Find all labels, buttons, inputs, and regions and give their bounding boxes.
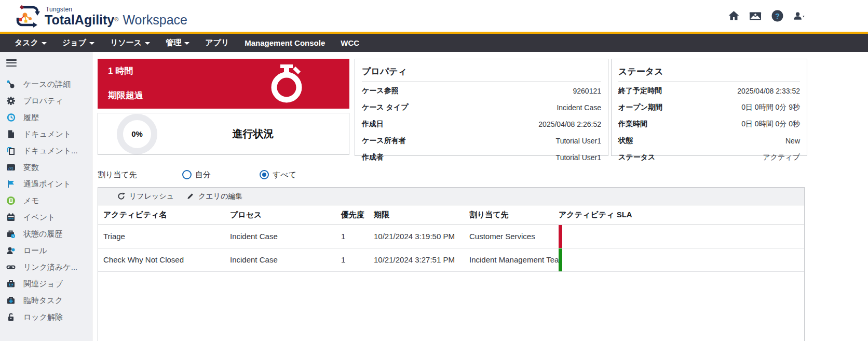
unlock-icon (6, 312, 16, 322)
radio-option-all[interactable]: すべて (260, 170, 296, 180)
progress-card: 0% 進行状況 (98, 113, 349, 155)
main-content: 1 時間 期限超過 0% 進行状況 プロパテ (92, 52, 868, 341)
cell-assignee: Customer Services (469, 225, 559, 248)
case-details-icon (6, 80, 16, 89)
nav-admin[interactable]: 管理 (166, 38, 189, 48)
sidebar-item-state-history[interactable]: 状態の履歴 (0, 226, 92, 242)
progress-percent: 0% (131, 129, 143, 138)
radio-mine[interactable] (182, 170, 192, 179)
related-jobs-icon (6, 279, 16, 288)
chevron-down-icon (42, 42, 47, 45)
cell-priority: 1 (341, 248, 374, 271)
edit-query-button[interactable]: クエリの編集 (186, 192, 242, 201)
sidebar-item-adhoc-tasks[interactable]: 臨時タスク (0, 292, 92, 309)
col-activity-sla[interactable]: アクティビティ SLA (559, 205, 804, 225)
col-due-date[interactable]: 期限 (374, 205, 469, 225)
radio-option-mine[interactable]: 自分 (182, 170, 211, 180)
note-icon (6, 196, 16, 205)
gear-icon (6, 96, 16, 106)
cell-activity[interactable]: Triage (98, 225, 230, 248)
sidebar-item-linked-cases[interactable]: リンク済みケ... (0, 259, 92, 276)
menu-icon[interactable] (6, 59, 17, 67)
cell-process: Incident Case (230, 248, 341, 271)
sidebar: ケースの詳細 プロパティ 履歴 ドキュメント ドキュメント... (x) 変数 … (0, 52, 92, 341)
cell-priority: 1 (341, 225, 374, 248)
svg-text:?: ? (775, 12, 780, 20)
history-icon (6, 113, 16, 122)
adhoc-task-icon (6, 296, 16, 305)
cell-activity[interactable]: Check Why Not Closed (98, 248, 230, 271)
radio-all[interactable] (260, 170, 269, 179)
cell-sla (559, 225, 804, 248)
sidebar-item-properties[interactable]: プロパティ (0, 93, 92, 109)
col-process[interactable]: プロセス (230, 205, 341, 225)
status-row: ステータスアクティブ (618, 149, 800, 165)
sidebar-item-related-jobs[interactable]: 関連ジョブ (0, 276, 92, 292)
brand-suffix: Workspace (123, 12, 187, 27)
chevron-down-icon (145, 42, 150, 45)
activities-table: リフレッシュ クエリの編集 アクティビティ名 プロセス 優先度 期限 割り当て先 (98, 187, 805, 341)
property-row: ケース所有者Tutorial User1 (362, 133, 601, 149)
properties-panel-title: プロパティ (362, 63, 601, 82)
table-toolbar: リフレッシュ クエリの編集 (98, 188, 804, 205)
cell-due: 10/21/2024 3:19:50 PM (374, 225, 469, 248)
property-row: 作成日2025/04/08 2:26:52 (362, 116, 601, 132)
assigned-to-filter: 割り当て先 自分 すべて (98, 168, 868, 181)
cell-assignee: Incident Management Tea (469, 248, 559, 271)
main-nav: タスク ジョブ リソース 管理 アプリ Management Console W… (0, 32, 868, 52)
property-row: ケース参照9260121 (362, 83, 601, 99)
stopwatch-icon (269, 64, 304, 103)
nav-tasks[interactable]: タスク (15, 38, 47, 48)
status-panel: ステータス 終了予定時間2025/04/08 2:33:52 オープン期間0日 … (611, 59, 807, 156)
chevron-down-icon (89, 42, 94, 45)
mail-icon[interactable] (749, 9, 762, 23)
sidebar-item-documents[interactable]: ドキュメント (0, 126, 92, 142)
cell-due: 10/21/2024 3:27:51 PM (374, 248, 469, 271)
col-priority[interactable]: 優先度 (341, 205, 374, 225)
nav-jobs[interactable]: ジョブ (62, 38, 94, 48)
sidebar-item-document-sets[interactable]: ドキュメント... (0, 142, 92, 159)
overdue-banner: 1 時間 期限超過 (98, 59, 349, 109)
cell-process: Incident Case (230, 225, 341, 248)
sidebar-item-events[interactable]: イベント (0, 209, 92, 226)
totalagility-logo-icon (15, 4, 40, 28)
home-icon[interactable] (727, 9, 740, 23)
sidebar-item-history[interactable]: 履歴 (0, 109, 92, 126)
registered-mark: ® (114, 16, 118, 22)
refresh-button[interactable]: リフレッシュ (117, 192, 174, 201)
app-header: Tungsten TotalAgility®Workspace ? (0, 0, 868, 32)
help-icon[interactable]: ? (770, 9, 784, 23)
table-row[interactable]: Check Why Not Closed Incident Case 1 10/… (98, 248, 804, 271)
table-row[interactable]: Triage Incident Case 1 10/21/2024 3:19:5… (98, 225, 804, 248)
properties-panel: プロパティ ケース参照9260121 ケース タイプIncident Case … (355, 59, 608, 156)
user-menu-icon[interactable] (792, 9, 806, 23)
overdue-label: 期限超過 (108, 89, 339, 101)
sidebar-item-unlock[interactable]: ロック解除 (0, 309, 92, 325)
brand: Tungsten TotalAgility®Workspace (15, 4, 187, 28)
calendar-icon (6, 213, 16, 222)
chevron-down-icon (184, 42, 189, 45)
status-panel-title: ステータス (618, 63, 800, 82)
svg-text:(x): (x) (8, 166, 13, 170)
nav-wcc[interactable]: WCC (341, 38, 359, 47)
sla-status-bar (559, 225, 562, 248)
cell-sla (559, 248, 804, 271)
col-activity-name[interactable]: アクティビティ名 (98, 205, 230, 225)
flag-icon (6, 179, 16, 189)
sidebar-item-milestones[interactable]: 通過ポイント (0, 176, 92, 192)
sla-status-bar (559, 248, 562, 272)
overdue-duration: 1 時間 (108, 65, 339, 77)
sidebar-item-case-details[interactable]: ケースの詳細 (0, 76, 92, 93)
nav-resources[interactable]: リソース (110, 38, 150, 48)
col-assigned-to[interactable]: 割り当て先 (469, 205, 559, 225)
sidebar-item-roles[interactable]: ロール (0, 242, 92, 259)
brand-product: TotalAgility (45, 12, 114, 27)
sidebar-item-notes[interactable]: メモ (0, 192, 92, 209)
sidebar-item-variables[interactable]: (x) 変数 (0, 159, 92, 176)
nav-apps[interactable]: アプリ (205, 38, 229, 48)
document-icon (6, 129, 16, 139)
nav-management-console[interactable]: Management Console (245, 38, 325, 47)
status-row: 状態New (618, 133, 800, 149)
state-history-icon (6, 229, 16, 239)
refresh-icon (117, 192, 125, 200)
